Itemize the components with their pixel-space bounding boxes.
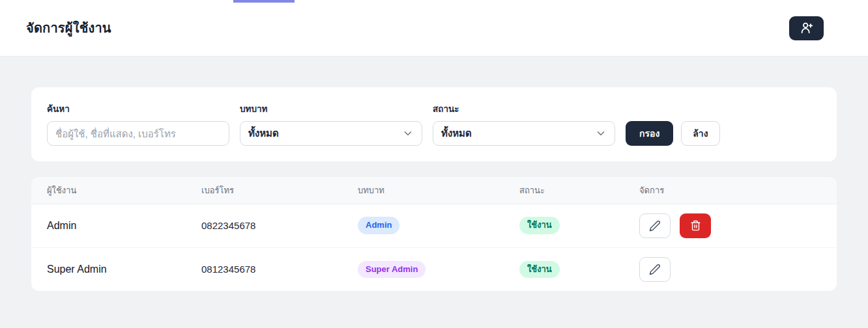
user-name: Super Admin <box>47 264 107 275</box>
role-label: บทบาท <box>240 102 422 116</box>
clear-button[interactable]: ล้าง <box>681 121 719 146</box>
role-select[interactable]: ทั้งหมด <box>240 121 422 146</box>
chevron-down-icon <box>402 128 414 139</box>
chevron-down-icon <box>595 128 607 139</box>
table-row: Admin 0822345678 Admin ใช้งาน <box>31 204 837 247</box>
column-header-status: สถานะ <box>519 177 639 204</box>
pencil-icon <box>649 220 661 232</box>
app-header: จัดการผู้ใช้งาน <box>0 0 868 57</box>
edit-user-button[interactable] <box>639 257 671 282</box>
user-table-body: Admin 0822345678 Admin ใช้งาน <box>31 204 837 291</box>
add-user-button[interactable] <box>789 16 824 40</box>
role-badge: Admin <box>358 217 399 234</box>
status-badge: ใช้งาน <box>519 261 560 278</box>
trash-icon <box>690 220 701 231</box>
user-plus-icon <box>800 21 814 35</box>
users-table-card: ผู้ใช้งาน เบอร์โทร บทบาท สถานะ จัดการ Ad… <box>31 177 837 291</box>
pencil-icon <box>649 264 661 275</box>
table-row: Super Admin 0812345678 Super Admin ใช้งา… <box>31 247 837 291</box>
top-loading-bar-fragment <box>233 0 295 3</box>
status-field-group: สถานะ ทั้งหมด <box>433 102 615 146</box>
role-field-group: บทบาท ทั้งหมด <box>240 102 422 146</box>
search-field-group: ค้นหา <box>47 102 229 146</box>
status-label: สถานะ <box>433 102 615 116</box>
filter-panel: ค้นหา บทบาท ทั้งหมด สถานะ ทั้งหมด กรอง ล… <box>31 87 837 161</box>
role-select-value: ทั้งหมด <box>248 126 279 141</box>
delete-user-button[interactable] <box>680 213 711 238</box>
search-input[interactable] <box>47 121 229 146</box>
edit-user-button[interactable] <box>639 213 671 238</box>
column-header-manage: จัดการ <box>639 177 837 204</box>
status-select[interactable]: ทั้งหมด <box>433 121 615 146</box>
status-badge: ใช้งาน <box>519 217 560 234</box>
role-badge: Super Admin <box>358 261 426 278</box>
column-header-role: บทบาท <box>358 177 519 204</box>
search-label: ค้นหา <box>47 102 229 116</box>
user-phone: 0822345678 <box>201 220 255 231</box>
filter-button[interactable]: กรอง <box>626 121 673 146</box>
user-name: Admin <box>47 220 76 231</box>
users-table: ผู้ใช้งาน เบอร์โทร บทบาท สถานะ จัดการ Ad… <box>31 177 837 291</box>
status-select-value: ทั้งหมด <box>441 126 472 141</box>
column-header-phone: เบอร์โทร <box>201 177 358 204</box>
column-header-user: ผู้ใช้งาน <box>31 177 201 204</box>
page-title: จัดการผู้ใช้งาน <box>26 18 111 38</box>
table-header-row: ผู้ใช้งาน เบอร์โทร บทบาท สถานะ จัดการ <box>31 177 837 204</box>
user-phone: 0812345678 <box>201 264 255 275</box>
main-content: ค้นหา บทบาท ทั้งหมด สถานะ ทั้งหมด กรอง ล… <box>0 57 868 291</box>
